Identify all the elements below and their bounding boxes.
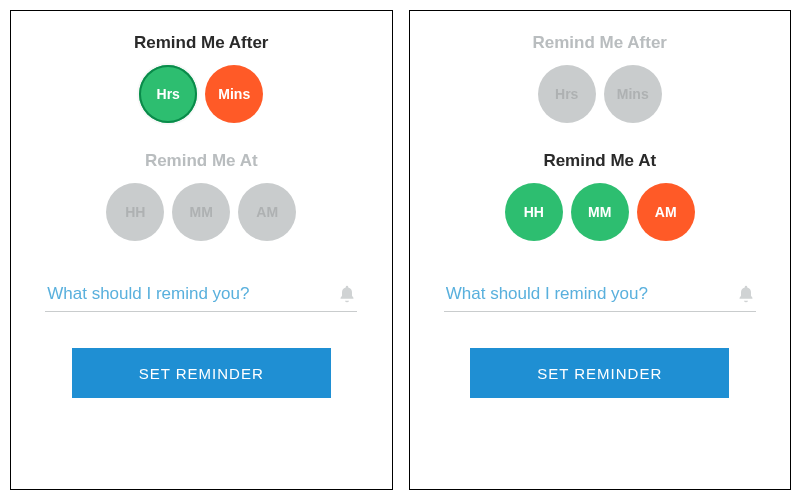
remind-after-row: Hrs Mins [538, 65, 662, 123]
reminder-text-input[interactable] [444, 283, 736, 305]
minute-selector[interactable]: MM [571, 183, 629, 241]
bell-icon [337, 284, 357, 304]
remind-at-title: Remind Me At [543, 151, 656, 171]
reminder-text-input[interactable] [45, 283, 337, 305]
reminder-input-row [444, 277, 756, 312]
set-reminder-button[interactable]: SET REMINDER [72, 348, 331, 398]
hour-selector[interactable]: HH [505, 183, 563, 241]
hours-selector[interactable]: Hrs [538, 65, 596, 123]
hour-selector[interactable]: HH [106, 183, 164, 241]
remind-at-title: Remind Me At [145, 151, 258, 171]
ampm-selector[interactable]: AM [238, 183, 296, 241]
reminder-panel-right: Remind Me After Hrs Mins Remind Me At HH… [409, 10, 792, 490]
remind-at-row: HH MM AM [106, 183, 296, 241]
bell-icon [736, 284, 756, 304]
minutes-selector[interactable]: Mins [604, 65, 662, 123]
remind-after-title: Remind Me After [533, 33, 667, 53]
remind-after-title: Remind Me After [134, 33, 268, 53]
set-reminder-button[interactable]: SET REMINDER [470, 348, 729, 398]
remind-after-row: Hrs Mins [139, 65, 263, 123]
reminder-panel-left: Remind Me After Hrs Mins Remind Me At HH… [10, 10, 393, 490]
minute-selector[interactable]: MM [172, 183, 230, 241]
ampm-selector[interactable]: AM [637, 183, 695, 241]
hours-selector[interactable]: Hrs [139, 65, 197, 123]
reminder-input-row [45, 277, 357, 312]
remind-at-row: HH MM AM [505, 183, 695, 241]
minutes-selector[interactable]: Mins [205, 65, 263, 123]
